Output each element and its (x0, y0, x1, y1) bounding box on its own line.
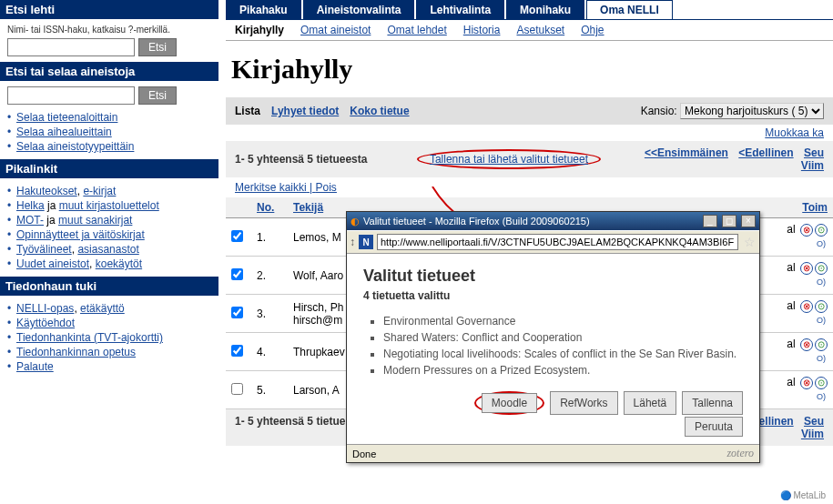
list-link[interactable]: Käyttöehdot (16, 317, 75, 329)
journal-search-button[interactable]: Etsi (138, 38, 177, 56)
col-no[interactable]: No. (251, 197, 288, 218)
list-link[interactable]: Helka (16, 199, 45, 212)
save-icon[interactable]: ⊙ (815, 338, 828, 351)
send-button[interactable]: Lähetä (624, 391, 677, 415)
row-checkbox[interactable] (231, 345, 243, 357)
popup-window-title: Valitut tietueet - Mozilla Firefox (Buil… (363, 216, 590, 227)
list-link[interactable]: muut sanakirjat (58, 214, 132, 227)
address-bar-input[interactable] (377, 234, 738, 250)
selected-records-popup: ◐ Valitut tietueet - Mozilla Firefox (Bu… (346, 211, 760, 463)
unmark-all[interactable]: Pois (315, 181, 336, 194)
list-link[interactable]: e-kirjat (83, 185, 116, 197)
selected-record-item: Shared Waters: Conflict and Cooperation (383, 331, 743, 344)
subtab-kirjahylly[interactable]: Kirjahylly (235, 24, 284, 36)
bookmark-star-icon[interactable]: ☆ (742, 235, 757, 249)
browse-header: Etsi tai selaa aineistoja (0, 62, 218, 81)
delete-icon[interactable]: ⊗ (800, 377, 813, 389)
site-icon: N (359, 235, 373, 249)
delete-icon[interactable]: ⊗ (800, 338, 813, 351)
popup-selected-count: 4 tietuetta valittu (363, 289, 743, 302)
list-link[interactable]: asiasanastot (77, 243, 138, 256)
pager-prev[interactable]: <Edellinen (738, 146, 793, 159)
list-link[interactable]: Tiedonhankinnan opetus (16, 346, 136, 358)
selected-record-item: Negotiating local livelihoods: Scales of… (383, 348, 743, 360)
list-link[interactable]: Palaute (16, 360, 54, 373)
pager-last[interactable]: Viim (801, 159, 824, 172)
row-checkbox[interactable] (231, 230, 243, 242)
tab-lehtivalinta[interactable]: Lehtivalinta (416, 0, 504, 19)
row-no: 2. (251, 257, 288, 295)
cancel-button[interactable]: Peruuta (685, 417, 743, 437)
row-no: 1. (251, 218, 288, 257)
list-link[interactable]: Opinnäytteet ja väitöskirjat (16, 228, 145, 241)
popup-heading: Valitut tietueet (363, 267, 743, 286)
delete-icon[interactable]: ⊗ (800, 262, 813, 275)
pager-last-b[interactable]: Viim (801, 428, 824, 440)
viewmode-lista[interactable]: Lista (235, 105, 260, 117)
mark-all[interactable]: Merkitse kaikki (235, 181, 307, 194)
save-icon[interactable]: ⊙ (815, 224, 828, 237)
save-button[interactable]: Tallenna (682, 391, 743, 415)
metalib-brand: 🔵 MetaLib (780, 490, 826, 500)
view-toolbar: Lista Lyhyet tiedot Koko tietue Kansio: … (226, 97, 833, 125)
save-icon[interactable]: ⊙ (815, 300, 828, 313)
viewmode-koko[interactable]: Koko tietue (350, 105, 409, 117)
minimize-button[interactable]: _ (703, 215, 717, 227)
browse-link-2[interactable]: Selaa aineistotyypeittäin (16, 140, 134, 153)
tab-aineistonvalinta[interactable]: Aineistonvalinta (303, 0, 415, 19)
list-link[interactable]: MOT- (16, 214, 44, 227)
row-no: 5. (251, 371, 288, 409)
browse-search-input[interactable] (7, 86, 135, 105)
save-send-selected-link[interactable]: Tallenna tai lähetä valitut tietueet (430, 153, 588, 166)
pager-next-b[interactable]: Seu (804, 415, 824, 428)
status-text: Done (352, 449, 376, 459)
results-count-top: 1- 5 yhteensä 5 tietueesta (235, 153, 381, 166)
pager-next[interactable]: Seu (804, 146, 824, 159)
list-link[interactable]: etäkäyttö (80, 302, 125, 315)
refworks-button[interactable]: RefWorks (550, 391, 617, 415)
kansio-select[interactable]: Mekong harjoituskurs ( 5) (680, 103, 824, 119)
browse-link-0[interactable]: Selaa tieteenaloittain (16, 111, 117, 124)
subtab-omat aineistot[interactable]: Omat aineistot (300, 24, 371, 36)
list-link[interactable]: Uudet aineistot (16, 257, 89, 270)
browse-link-1[interactable]: Selaa aihealueittain (16, 126, 112, 138)
row-checkbox[interactable] (231, 307, 243, 318)
save-icon[interactable]: ⊙ (815, 262, 828, 275)
subtab-historia[interactable]: Historia (463, 24, 501, 36)
pager-first[interactable]: <<Ensimmäinen (645, 146, 728, 159)
zotero-label[interactable]: zotero (726, 447, 754, 460)
kansio-label: Kansio: (641, 105, 677, 117)
viewmode-lyhyet[interactable]: Lyhyet tiedot (271, 105, 339, 117)
quicklinks-header: Pikalinkit (0, 159, 218, 178)
delete-icon[interactable]: ⊗ (800, 300, 813, 313)
list-link[interactable]: Tiedonhankinta (TVT-ajokortti) (16, 331, 163, 344)
journal-search-input[interactable] (7, 38, 135, 56)
row-no: 4. (251, 333, 288, 371)
selected-record-item: Environmental Governance (383, 315, 743, 328)
list-link[interactable]: NELLI-opas (16, 302, 74, 315)
col-actions[interactable]: Toim (773, 197, 833, 218)
list-link[interactable]: koekäytöt (96, 257, 142, 270)
tab-pikahaku[interactable]: Pikahaku (226, 0, 301, 19)
search-hint: Nimi- tai ISSN-haku, katkaisu ?-merkillä… (7, 25, 211, 35)
delete-icon[interactable]: ⊗ (800, 224, 813, 237)
list-link[interactable]: muut kirjastoluettelot (59, 199, 159, 212)
list-link[interactable]: Työvälineet (16, 243, 72, 256)
row-checkbox[interactable] (231, 268, 243, 280)
browse-search-button[interactable]: Etsi (138, 86, 177, 105)
row-checkbox[interactable] (231, 383, 243, 395)
close-button[interactable]: × (741, 215, 756, 227)
tab-oma nelli[interactable]: Oma NELLI (586, 0, 673, 19)
maximize-button[interactable]: ◻ (722, 215, 736, 227)
page-title: Kirjahylly (231, 54, 833, 85)
edit-folders-link[interactable]: Muokkaa ka (765, 126, 824, 139)
moodle-button[interactable]: Moodle (482, 393, 537, 413)
list-link[interactable]: Hakuteokset (16, 185, 77, 197)
tab-monihaku[interactable]: Monihaku (506, 0, 584, 19)
subtab-ohje[interactable]: Ohje (581, 24, 604, 36)
reload-icon[interactable]: ↕ (350, 236, 355, 248)
selected-record-item: Modern Pressures on a Prized Ecosystem. (383, 364, 743, 377)
subtab-asetukset[interactable]: Asetukset (516, 24, 564, 36)
subtab-omat lehdet[interactable]: Omat lehdet (387, 24, 446, 36)
save-icon[interactable]: ⊙ (815, 377, 828, 389)
